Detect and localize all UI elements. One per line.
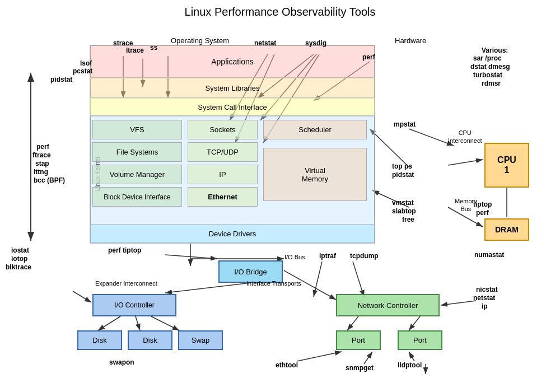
tool-ss: ss	[150, 44, 157, 52]
svg-line-15	[409, 129, 454, 146]
tool-nicstat: nicstat	[476, 286, 498, 293]
layer-system-libraries: System Libraries	[90, 77, 375, 99]
tool-lldptool: lldptool	[398, 361, 422, 369]
layer-system-call: System Call Interface	[90, 97, 375, 116]
io-controller: I/O Controller	[92, 294, 176, 316]
tool-tcpdump: tcpdump	[350, 252, 379, 260]
tool-slabtop: slabtop	[392, 207, 416, 215]
svg-line-29	[73, 291, 91, 302]
svg-line-31	[314, 262, 322, 297]
svg-line-26	[347, 316, 358, 330]
svg-line-34	[364, 352, 372, 364]
tool-ethtool: ethtool	[276, 361, 298, 369]
svg-line-33	[297, 352, 342, 361]
tool-swapon: swapon	[109, 358, 134, 366]
tool-netstat-right: netstat	[473, 294, 495, 302]
swap: Swap	[178, 330, 223, 350]
tool-blktrace: blktrace	[6, 263, 31, 271]
svg-line-21	[165, 283, 251, 293]
svg-line-22	[98, 316, 120, 330]
tool-perf-top: perf	[362, 53, 375, 61]
kernel-ip: IP	[188, 165, 258, 184]
disk-2: Disk	[128, 330, 172, 350]
layer-device-drivers: Device Drivers	[90, 224, 375, 244]
kernel-ethernet: Ethernet	[188, 187, 258, 207]
svg-line-30	[165, 255, 217, 259]
kernel-vfs: VFS	[92, 120, 182, 139]
tool-perf-tiptop: perf tiptop	[108, 246, 141, 254]
tool-snmpget: snmpget	[346, 364, 374, 372]
tool-netstat: netstat	[254, 39, 276, 47]
tool-iotop: iotop	[11, 255, 27, 263]
svg-line-28	[441, 301, 476, 305]
tool-rdmsr: rdmsr	[482, 80, 501, 87]
tool-free: free	[402, 216, 414, 223]
hardware-dram: DRAM	[484, 218, 529, 241]
tool-tiptop: tiptop	[473, 200, 492, 208]
tool-mpstat: mpstat	[394, 120, 416, 128]
io-bridge: I/O Bridge	[218, 260, 283, 283]
port-2: Port	[398, 330, 442, 350]
tool-lsof: lsof	[80, 59, 92, 67]
tool-lttng: lttng	[34, 168, 48, 176]
tool-sar-proc: sar /proc	[473, 54, 502, 62]
kernel-block-device: Block Device Interface	[92, 187, 182, 207]
svg-line-32	[353, 262, 364, 297]
kernel-tcpudp: TCP/UDP	[188, 142, 258, 162]
tool-iostat: iostat	[11, 246, 29, 254]
tool-top-ps: top ps	[392, 162, 412, 170]
tool-ftrace: ftrace	[32, 151, 51, 159]
cpu-interconnect-label: CPU Interconnect	[448, 129, 482, 145]
io-bus-label: I/O Bus	[284, 254, 305, 260]
svg-line-24	[151, 316, 179, 330]
network-controller: Network Controller	[336, 294, 440, 316]
tool-strace: strace	[113, 39, 133, 47]
svg-line-16	[448, 160, 483, 165]
tool-bcc: bcc (BPF)	[34, 176, 65, 184]
kernel-sockets: Sockets	[188, 120, 258, 139]
kernel-filesystems: File Systems	[92, 142, 182, 162]
hardware-cpu: CPU 1	[484, 143, 529, 188]
svg-line-13	[370, 129, 409, 167]
kernel-virtual-memory: Virtual Memory	[263, 148, 367, 201]
kernel-scheduler: Scheduler	[263, 120, 367, 139]
tool-iptraf: iptraf	[319, 252, 336, 260]
tool-pidstat-right: pidstat	[392, 171, 414, 179]
tool-perf-right: perf	[476, 209, 489, 217]
port-1: Port	[336, 330, 381, 350]
tool-numastat: numastat	[474, 251, 504, 259]
tool-ip-right: ip	[482, 302, 488, 310]
tool-pcstat: pcstat	[73, 67, 92, 75]
tool-vmstat: vmstat	[392, 199, 414, 207]
kernel-volume-manager: Volume Manager	[92, 165, 182, 184]
tool-dstat-dmesg: dstat dmesg	[470, 63, 510, 71]
expander-interconnect-label: Expander Interconnect	[95, 280, 157, 287]
tool-ltrace: ltrace	[126, 46, 144, 54]
tool-various: Various:	[482, 46, 508, 54]
tool-sysdig: sysdig	[305, 39, 326, 47]
tool-stap: stap	[35, 160, 49, 167]
svg-line-27	[409, 316, 420, 330]
svg-line-35	[409, 352, 414, 361]
interface-transports-label: Interface Transports	[246, 280, 301, 287]
os-label: Operating System	[171, 36, 229, 45]
disk-1: Disk	[77, 330, 122, 350]
tool-perf-left: perf	[36, 143, 49, 151]
page-title: Linux Performance Observability Tools	[0, 0, 560, 18]
tool-turbostat: turbostat	[473, 71, 502, 79]
svg-line-23	[136, 316, 140, 330]
hardware-label: Hardware	[395, 36, 426, 45]
tool-pidstat-left: pidstat	[50, 76, 72, 83]
